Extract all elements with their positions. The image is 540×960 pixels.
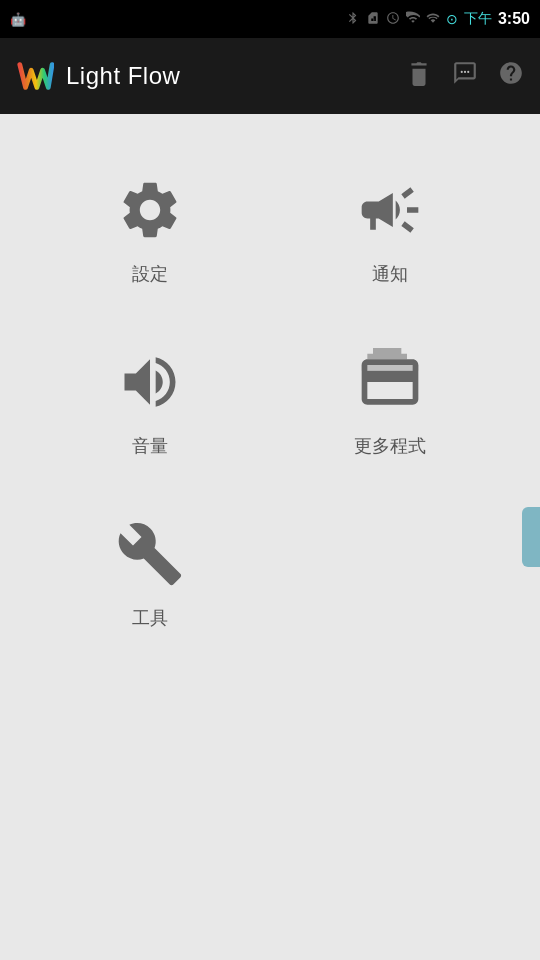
status-bar-right: ⊙ 下午 3:50 (346, 10, 530, 28)
app-title: Light Flow (66, 62, 394, 90)
bluetooth-icon (346, 11, 360, 28)
app-bar-actions (406, 60, 524, 92)
time-label: 下午 (464, 10, 492, 28)
support-icon[interactable] (452, 60, 478, 92)
svg-point-2 (464, 71, 466, 73)
main-content: 設定 通知 音量 (0, 114, 540, 960)
menu-item-notifications[interactable]: 通知 (270, 144, 510, 306)
cards-icon (354, 346, 426, 418)
wifi-icon (406, 11, 420, 28)
speaker-icon (114, 346, 186, 418)
help-icon[interactable] (498, 60, 524, 92)
app-logo (16, 57, 54, 95)
menu-item-tools[interactable]: 工具 (30, 488, 270, 650)
menu-grid: 設定 通知 音量 (30, 144, 510, 650)
status-bar: 🤖 ⊙ 下午 3:50 (0, 0, 540, 38)
menu-item-settings[interactable]: 設定 (30, 144, 270, 306)
tools-label: 工具 (132, 606, 168, 630)
android-icon: 🤖 (10, 12, 26, 27)
svg-point-1 (461, 71, 463, 73)
svg-point-3 (467, 71, 469, 73)
beaker-icon[interactable] (406, 60, 432, 92)
gear-icon (114, 174, 186, 246)
sim-icon (366, 11, 380, 28)
app-bar: Light Flow (0, 38, 540, 114)
menu-item-more-apps[interactable]: 更多程式 (270, 316, 510, 478)
volume-label: 音量 (132, 434, 168, 458)
status-time: 3:50 (498, 10, 530, 28)
more-apps-label: 更多程式 (354, 434, 426, 458)
megaphone-icon (354, 174, 426, 246)
svg-rect-4 (362, 365, 419, 371)
status-bar-left: 🤖 (10, 12, 26, 27)
battery-icon: ⊙ (446, 11, 458, 27)
settings-label: 設定 (132, 262, 168, 286)
notifications-label: 通知 (372, 262, 408, 286)
menu-item-volume[interactable]: 音量 (30, 316, 270, 478)
clock-icon (386, 11, 400, 28)
tools-icon (114, 518, 186, 590)
side-tab[interactable] (522, 507, 540, 567)
signal-icon (426, 11, 440, 28)
